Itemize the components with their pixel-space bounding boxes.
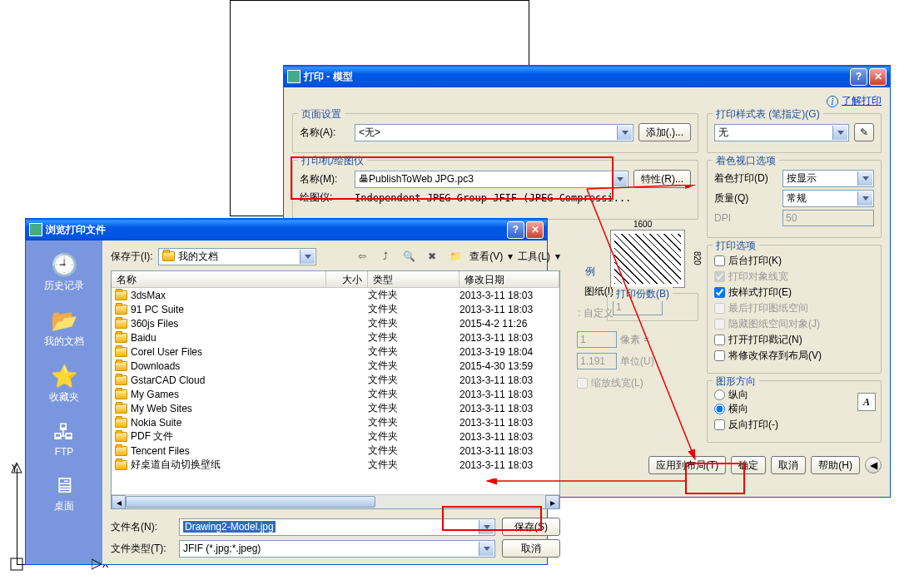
col-date[interactable]: 修改日期 (460, 271, 559, 287)
landscape-radio[interactable]: 横向 (714, 402, 874, 416)
scale2-input (577, 353, 617, 369)
h-scrollbar[interactable]: ◂ ▸ (112, 494, 559, 508)
help-button-icon[interactable]: ? (850, 68, 867, 86)
newfolder-icon[interactable]: 📁 (446, 247, 464, 265)
collapse-button[interactable]: ◀ (865, 457, 882, 473)
shade-mode-select[interactable]: 按显示 (782, 170, 874, 187)
preview-height: 820 (693, 251, 702, 265)
col-name[interactable]: 名称 (112, 271, 326, 287)
sidebar: 🕘历史记录 📂我的文档 ⭐收藏夹 🖧FTP 🖥桌面 (26, 240, 102, 564)
list-item[interactable]: Baidu文件夹2013-3-11 18:03 (112, 330, 559, 345)
list-item[interactable]: 91 PC Suite文件夹2013-3-11 18:03 (112, 302, 559, 316)
opt-save-check[interactable]: 将修改保存到布局(V) (714, 349, 874, 363)
pixel-label: 像素 (620, 333, 640, 347)
browse-help-icon[interactable]: ? (507, 221, 524, 239)
col-type[interactable]: 类型 (368, 271, 460, 287)
ok-button[interactable]: 确定 (731, 456, 766, 474)
page-add-button[interactable]: 添加(.)... (638, 123, 691, 141)
view-menu[interactable]: 查看(V) (469, 250, 503, 264)
file-list-header[interactable]: 名称 大小 类型 修改日期 (112, 271, 559, 288)
page-setup-group: 页面设置 名称(A): <无> 添加(.)... (292, 113, 698, 153)
portrait-radio[interactable]: 纵向 (714, 388, 874, 402)
list-item[interactable]: 好桌道自动切换壁纸文件夹2013-3-11 18:03 (112, 458, 559, 472)
delete-icon[interactable]: ✖ (423, 247, 441, 265)
app-icon (287, 70, 301, 83)
copies-legend: 打印份数(B) (613, 287, 673, 301)
paper-preview (610, 230, 685, 288)
folder-icon (115, 432, 127, 442)
info-icon: i (827, 96, 838, 107)
file-name-input[interactable]: Drawing2-Model.jpg (179, 518, 495, 536)
browse-titlebar[interactable]: 浏览打印文件 ? ✕ (26, 219, 547, 240)
folder-icon (115, 305, 127, 315)
list-item[interactable]: Downloads文件夹2015-4-30 13:59 (112, 359, 559, 373)
scale-lineweight-check: 缩放线宽(L) (577, 376, 643, 390)
browse-close-icon[interactable]: ✕ (526, 221, 544, 239)
styles-select[interactable]: 无 (714, 124, 849, 141)
cancel-button[interactable]: 取消 (771, 456, 806, 474)
help-button[interactable]: 帮助(H) (811, 456, 860, 474)
folder-icon (115, 404, 127, 414)
up-icon[interactable]: ⤴ (376, 247, 395, 265)
styles-edit-button[interactable]: ✎ (854, 123, 874, 141)
save-button[interactable]: 保存(S) (502, 518, 560, 536)
axis-y-label: Y (12, 463, 17, 474)
learn-print-link[interactable]: 了解打印 (842, 94, 882, 108)
opt-stamp-check[interactable]: 打开打印戳记(N) (714, 333, 874, 347)
save-in-select[interactable]: 我的文档 (158, 248, 316, 265)
view-chevron[interactable]: ▾ (508, 250, 513, 262)
list-item[interactable]: GstarCAD Cloud文件夹2013-3-11 18:03 (112, 373, 559, 387)
apply-layout-button[interactable]: 应用到布局(T) (648, 456, 726, 474)
print-title: 打印 - 模型 (304, 70, 353, 84)
list-item[interactable]: PDF 文件文件夹2013-3-11 18:03 (112, 429, 559, 444)
sidebar-item-favorites[interactable]: ⭐收藏夹 (26, 359, 102, 411)
printer-props-button[interactable]: 特性(R)... (633, 170, 691, 188)
list-item[interactable]: Corel User Files文件夹2013-3-19 18:04 (112, 345, 559, 359)
scroll-right-icon[interactable]: ▸ (545, 495, 559, 509)
file-list[interactable]: 名称 大小 类型 修改日期 3dsMax文件夹2013-3-11 18:0391… (111, 270, 560, 509)
scroll-thumb[interactable] (126, 496, 375, 508)
reverse-check[interactable]: 反向打印(-) (714, 418, 874, 432)
file-name-label: 文件名(N): (111, 520, 172, 534)
col-size[interactable]: 大小 (326, 271, 368, 287)
opt-bystyle-check[interactable]: 按样式打印(E) (714, 285, 874, 300)
printer-legend: 打印机/绘图仪 (298, 154, 367, 168)
search-icon[interactable]: 🔍 (400, 247, 418, 265)
sidebar-item-docs[interactable]: 📂我的文档 (26, 303, 102, 355)
file-type-select[interactable]: JFIF (*.jpg;*.jpeg) (179, 540, 495, 558)
list-item[interactable]: My Games文件夹2013-3-11 18:03 (112, 387, 559, 401)
list-item[interactable]: My Web Sites文件夹2013-3-11 18:03 (112, 401, 559, 415)
folder-icon (115, 290, 127, 300)
printer-name-select[interactable]: 🖶 PublishToWeb JPG.pc3 (355, 171, 628, 188)
browse-cancel-button[interactable]: 取消 (502, 539, 560, 558)
folder-icon (115, 361, 127, 371)
page-name-label: 名称(A): (300, 126, 350, 140)
page-name-select[interactable]: <无> (355, 124, 633, 141)
tools-chevron[interactable]: ▾ (555, 250, 560, 262)
opt-bg-check[interactable]: 后台打印(K) (714, 254, 874, 268)
list-item[interactable]: Nokia Suite文件夹2013-3-11 18:03 (112, 415, 559, 429)
page-setup-legend: 页面设置 (298, 107, 345, 121)
print-titlebar[interactable]: 打印 - 模型 ? ✕ (284, 66, 890, 87)
folder-icon (115, 460, 127, 470)
eq-label: = (643, 334, 649, 345)
list-item[interactable]: Tencent Files文件夹2013-3-11 18:03 (112, 444, 559, 458)
scale1-input (577, 331, 617, 348)
copies-group: 打印份数(B) (607, 293, 698, 321)
list-item[interactable]: 3dsMax文件夹2013-3-11 18:03 (112, 288, 559, 302)
scroll-left-icon[interactable]: ◂ (112, 495, 126, 509)
sidebar-item-history[interactable]: 🕘历史记录 (26, 247, 102, 300)
sidebar-item-desktop[interactable]: 🖥桌面 (26, 468, 102, 520)
close-icon[interactable]: ✕ (869, 68, 887, 86)
file-type-label: 文件类型(T): (111, 542, 172, 556)
sidebar-item-ftp[interactable]: 🖧FTP (26, 414, 102, 464)
browse-dialog: 浏览打印文件 ? ✕ 🕘历史记录 📂我的文档 ⭐收藏夹 🖧FTP 🖥桌面 保存于… (25, 218, 548, 565)
options-legend: 打印选项 (713, 239, 759, 253)
back-icon[interactable]: ⇦ (353, 247, 371, 265)
tools-menu[interactable]: 工具(L) (518, 250, 550, 264)
styles-legend: 打印样式表 (笔指定)(G) (713, 107, 823, 121)
copies-input[interactable] (613, 299, 663, 315)
quality-select[interactable]: 常规 (782, 190, 874, 207)
folder-icon (115, 418, 127, 428)
list-item[interactable]: 360js Files文件夹2015-4-2 11:26 (112, 316, 559, 330)
